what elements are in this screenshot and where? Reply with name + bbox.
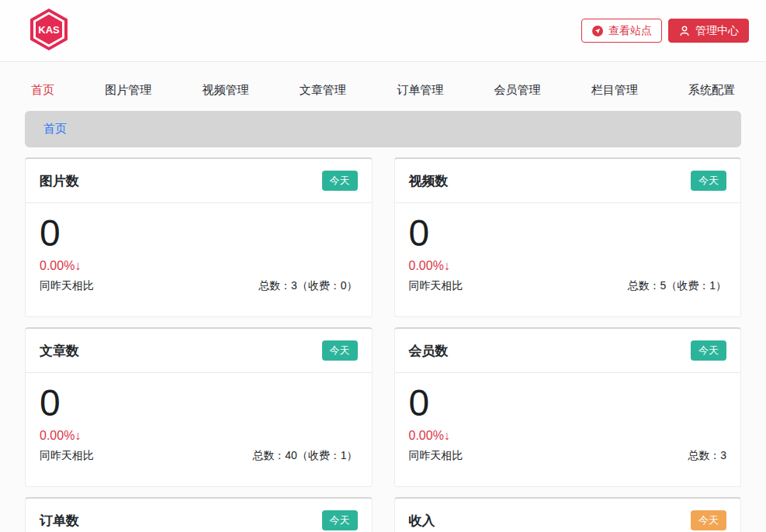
card-title: 会员数 <box>409 342 449 360</box>
navigate-circle-icon <box>591 25 604 37</box>
card-title: 订单数 <box>40 512 79 530</box>
stat-card-images: 图片数 今天 0 0.00%↓ 同昨天相比 总数：3（收费：0） <box>25 157 373 317</box>
today-badge: 今天 <box>322 340 358 361</box>
today-badge: 今天 <box>322 510 358 530</box>
card-body: 0 0.00%↓ 同昨天相比 总数：3 <box>395 373 741 477</box>
breadcrumb: 首页 <box>25 111 741 147</box>
stat-value: 0 <box>409 381 727 426</box>
compare-label: 同昨天相比 <box>40 279 94 293</box>
card-header: 视频数 今天 <box>395 159 741 203</box>
compare-label: 同昨天相比 <box>409 449 463 463</box>
stat-card-videos: 视频数 今天 0 0.00%↓ 同昨天相比 总数：5（收费：1） <box>394 157 742 317</box>
card-title: 图片数 <box>40 172 79 190</box>
card-header: 会员数 今天 <box>395 329 741 373</box>
total-label: 总数：3（收费：0） <box>258 279 358 293</box>
stat-card-orders: 订单数 今天 <box>25 497 373 532</box>
card-body: 0 0.00%↓ 同昨天相比 总数：5（收费：1） <box>395 203 741 307</box>
nav-item-order-management[interactable]: 订单管理 <box>397 83 443 98</box>
card-body: 0 0.00%↓ 同昨天相比 总数：40（收费：1） <box>26 373 372 477</box>
admin-center-button[interactable]: 管理中心 <box>668 19 749 43</box>
stat-card-grid: 图片数 今天 0 0.00%↓ 同昨天相比 总数：3（收费：0） 视频数 今天 … <box>25 157 741 532</box>
today-badge: 今天 <box>691 510 726 530</box>
main-content: 首页 图片管理 视频管理 文章管理 订单管理 会员管理 栏目管理 系统配置 首页… <box>0 83 766 532</box>
stat-change: 0.00%↓ <box>40 429 358 443</box>
app-header: KAS 查看站点 管理中心 <box>0 0 766 62</box>
nav-item-article-management[interactable]: 文章管理 <box>300 83 346 98</box>
nav-item-member-management[interactable]: 会员管理 <box>494 83 540 98</box>
stat-change: 0.00%↓ <box>40 259 358 273</box>
nav-item-system-config[interactable]: 系统配置 <box>688 83 735 98</box>
card-header: 订单数 今天 <box>26 499 372 532</box>
total-label: 总数：5（收费：1） <box>627 279 726 293</box>
total-label: 总数：40（收费：1） <box>252 449 357 463</box>
stat-change: 0.00%↓ <box>409 429 727 443</box>
admin-center-label: 管理中心 <box>695 24 739 38</box>
kas-logo-icon: KAS <box>28 7 70 55</box>
stat-value: 0 <box>40 381 358 426</box>
stat-card-members: 会员数 今天 0 0.00%↓ 同昨天相比 总数：3 <box>394 327 742 487</box>
compare-label: 同昨天相比 <box>40 449 94 463</box>
nav-item-image-management[interactable]: 图片管理 <box>105 83 151 98</box>
card-title: 文章数 <box>40 342 79 360</box>
today-badge: 今天 <box>322 171 358 191</box>
total-label: 总数：3 <box>688 449 726 463</box>
nav-item-home[interactable]: 首页 <box>31 83 54 98</box>
card-header: 图片数 今天 <box>26 159 372 203</box>
card-header: 收入 今天 <box>395 499 741 532</box>
card-title: 收入 <box>409 512 435 530</box>
svg-text:KAS: KAS <box>38 24 60 36</box>
card-header: 文章数 今天 <box>26 329 372 373</box>
stat-value: 0 <box>409 211 727 256</box>
compare-label: 同昨天相比 <box>409 279 463 293</box>
main-nav: 首页 图片管理 视频管理 文章管理 订单管理 会员管理 栏目管理 系统配置 <box>25 83 741 98</box>
card-body: 0 0.00%↓ 同昨天相比 总数：3（收费：0） <box>26 203 372 307</box>
stat-card-articles: 文章数 今天 0 0.00%↓ 同昨天相比 总数：40（收费：1） <box>25 327 373 487</box>
card-title: 视频数 <box>409 172 449 190</box>
today-badge: 今天 <box>691 171 726 191</box>
breadcrumb-home-link[interactable]: 首页 <box>43 122 67 136</box>
nav-item-video-management[interactable]: 视频管理 <box>203 83 249 98</box>
stat-card-income: 收入 今天 <box>394 497 742 532</box>
today-badge: 今天 <box>691 340 726 361</box>
person-icon <box>678 25 691 37</box>
stat-value: 0 <box>40 211 358 256</box>
view-site-label: 查看站点 <box>608 24 652 38</box>
view-site-button[interactable]: 查看站点 <box>581 19 662 43</box>
stat-change: 0.00%↓ <box>409 259 727 273</box>
nav-item-column-management[interactable]: 栏目管理 <box>591 83 638 98</box>
